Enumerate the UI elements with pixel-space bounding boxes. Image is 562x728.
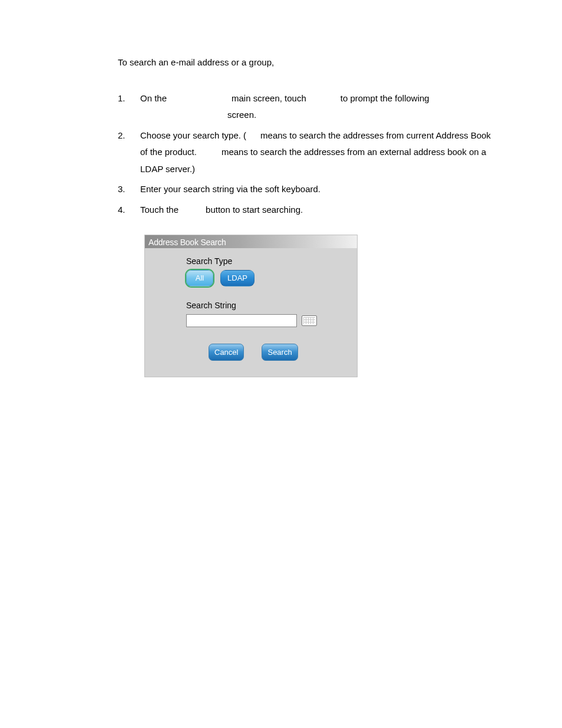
step-num: 1. <box>118 90 140 124</box>
search-button[interactable]: Search <box>262 344 297 361</box>
step-num: 2. <box>118 127 140 178</box>
step-text: Choose your search type. ( <box>140 130 246 140</box>
step-2: 2. Choose your search type. (means to se… <box>118 127 497 178</box>
address-book-search-dialog: Address Book Search Search Type All LDAP… <box>144 235 358 377</box>
search-type-label: Search Type <box>186 255 345 268</box>
search-type-all-button[interactable]: All <box>186 270 213 286</box>
step-text: button to start searching. <box>206 205 303 215</box>
step-text: main screen, touch <box>232 93 306 103</box>
step-body: On themain screen, touchto prompt the fo… <box>140 90 497 124</box>
step-text: On the <box>140 93 167 103</box>
dialog-title: Address Book Search <box>145 235 357 248</box>
step-3: 3. Enter your search string via the soft… <box>118 181 497 198</box>
step-body: Enter your search string via the soft ke… <box>140 181 497 198</box>
step-text: to prompt the following <box>340 93 429 103</box>
step-num: 4. <box>118 202 140 219</box>
cancel-button[interactable]: Cancel <box>209 344 244 361</box>
step-text: Touch the <box>140 205 178 215</box>
search-type-ldap-button[interactable]: LDAP <box>220 270 254 286</box>
step-1: 1. On themain screen, touchto prompt the… <box>118 90 497 124</box>
intro-text: To search an e-mail address or a group, <box>118 56 497 70</box>
search-string-input[interactable] <box>186 314 297 327</box>
step-num: 3. <box>118 181 140 198</box>
step-4: 4. Touch thebutton to start searching. <box>118 202 497 219</box>
step-body: Choose your search type. (means to searc… <box>140 127 497 178</box>
step-text: screen. <box>227 107 256 124</box>
step-text: Enter your search string via the soft ke… <box>140 184 320 194</box>
keyboard-icon[interactable] <box>302 315 317 326</box>
steps-list: 1. On themain screen, touchto prompt the… <box>118 90 497 219</box>
step-body: Touch thebutton to start searching. <box>140 202 497 219</box>
search-string-label: Search String <box>186 299 345 312</box>
